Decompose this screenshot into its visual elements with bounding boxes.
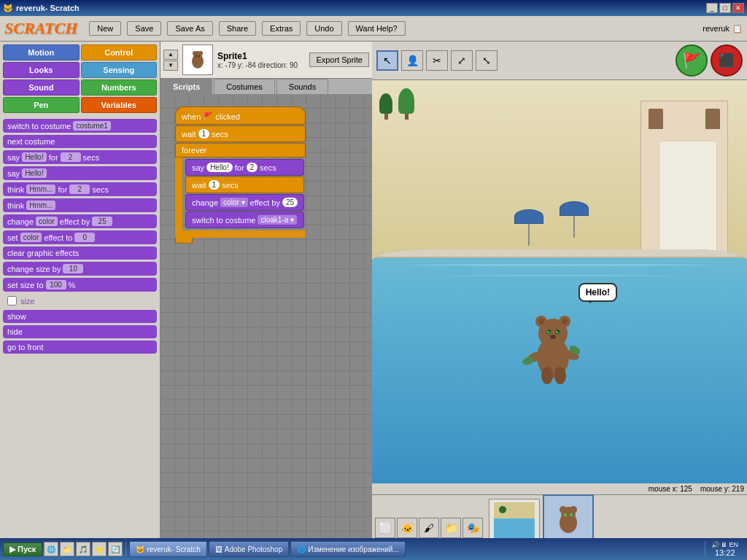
volume-icon[interactable]: 🔊 — [711, 541, 719, 548]
blocks-list: switch to costume costume1 next costume … — [0, 116, 160, 560]
category-looks[interactable]: Looks — [3, 62, 80, 78]
minimize-btn[interactable]: _ — [706, 3, 718, 13]
block-think-secs[interactable]: think Hmm... for 2 secs — [3, 182, 157, 196]
save-button[interactable]: Save — [127, 21, 161, 36]
ql-media[interactable]: 🎵 — [76, 542, 90, 556]
forever-footer — [175, 238, 193, 244]
tab-costumes[interactable]: Costumes — [214, 79, 275, 94]
category-motion[interactable]: Motion — [3, 44, 80, 61]
svg-point-23 — [541, 367, 553, 384]
costume-dropdown[interactable]: cloak1-a ▾ — [258, 215, 297, 225]
new-sprite-btn[interactable]: 🐱 — [397, 518, 417, 538]
block-hide[interactable]: hide — [3, 325, 157, 338]
building-window-1 — [649, 109, 663, 129]
help-button[interactable]: Want Help? — [348, 21, 406, 36]
user-icon: 📋 — [732, 24, 743, 34]
cursor-tool[interactable]: ↖ — [376, 50, 398, 71]
pool-edge — [372, 249, 747, 258]
photoshop-taskbar-icon: 🖼 — [215, 545, 222, 553]
taskbar-browser[interactable]: 🌐 Изменение изображений... — [290, 541, 406, 557]
nav-down[interactable]: ▼ — [163, 61, 178, 71]
block-size-var[interactable]: size — [3, 294, 157, 308]
scratch-taskbar-icon: 🐱 — [136, 545, 144, 553]
scripts-area[interactable]: when 🚩 clicked wait 1 secs forever — [160, 96, 372, 560]
svg-point-34 — [570, 506, 577, 513]
size-checkbox[interactable] — [7, 296, 17, 306]
stage-size-btn[interactable]: ⬜ — [375, 518, 395, 538]
category-control[interactable]: Control — [81, 44, 158, 61]
app-icon: 🐱 — [3, 4, 13, 13]
start-button[interactable]: ▶ Пуск — [3, 542, 42, 556]
block-wait-2[interactable]: wait 1 secs — [185, 176, 304, 193]
stage-sprite[interactable] — [522, 303, 581, 383]
block-change-color-effect[interactable]: change color ▾ effect by 25 — [185, 194, 304, 211]
categories: Motion Control Looks Sensing Sound Numbe… — [0, 42, 160, 116]
water-ripple-2 — [447, 275, 672, 276]
paint-sprite-btn[interactable]: 🖌 — [419, 518, 439, 538]
save-as-button[interactable]: Save As — [167, 21, 212, 36]
grow-tool[interactable]: ⤢ — [451, 50, 473, 71]
maximize-btn[interactable]: □ — [719, 3, 731, 13]
svg-point-24 — [554, 367, 566, 384]
undo-button[interactable]: Undo — [306, 21, 341, 36]
green-flag-button[interactable]: 🚩 — [676, 44, 708, 77]
ql-folder[interactable]: 📁 — [60, 542, 74, 556]
block-switch-costume-script[interactable]: switch to costume cloak1-a ▾ — [185, 211, 304, 228]
cut-tool[interactable]: ✂ — [426, 50, 448, 71]
block-go-front[interactable]: go to front — [3, 341, 157, 354]
ql-star[interactable]: ⭐ — [92, 542, 107, 556]
stage-thumb-image — [492, 501, 536, 541]
block-next-costume[interactable]: next costume — [3, 135, 157, 148]
stop-button[interactable]: ⬛ — [711, 44, 743, 77]
block-say-hello[interactable]: say Hello! for 2 secs — [185, 159, 304, 176]
category-numbers[interactable]: Numbers — [81, 79, 158, 96]
svg-point-5 — [198, 55, 200, 57]
ql-sync[interactable]: 🔄 — [108, 542, 123, 556]
titlebar-controls: _ □ ✕ — [706, 3, 744, 13]
speech-bubble: Hello! — [578, 283, 617, 302]
block-set-size[interactable]: set size to 100 % — [3, 278, 157, 292]
block-say-secs[interactable]: say Hello! for 2 secs — [3, 150, 157, 164]
block-switch-costume[interactable]: switch to costume costume1 — [3, 119, 157, 133]
start-icon: ▶ — [9, 545, 15, 554]
block-think[interactable]: think Hmm... — [3, 198, 157, 212]
category-sound[interactable]: Sound — [3, 79, 80, 96]
svg-point-11 — [562, 319, 568, 324]
share-button[interactable]: Share — [219, 21, 256, 36]
category-pen[interactable]: Pen — [3, 97, 80, 113]
shrink-tool[interactable]: ⤡ — [476, 50, 498, 71]
new-button[interactable]: New — [89, 21, 121, 36]
browser-taskbar-icon: 🌐 — [297, 545, 306, 553]
camera-sprite-btn[interactable]: 🎭 — [462, 518, 483, 538]
block-clear-effects[interactable]: clear graphic effects — [3, 246, 157, 260]
block-say[interactable]: say Hello! — [3, 166, 157, 180]
effect-dropdown[interactable]: color ▾ — [220, 198, 247, 207]
block-when-clicked[interactable]: when 🚩 clicked — [175, 106, 306, 125]
export-sprite-button[interactable]: Export Sprite — [309, 52, 369, 67]
block-forever-header[interactable]: forever — [175, 143, 306, 158]
tab-sounds[interactable]: Sounds — [276, 79, 328, 94]
block-forever-container: forever say Hello! for 2 secs — [175, 143, 306, 244]
category-sensing[interactable]: Sensing — [81, 62, 158, 78]
ql-ie[interactable]: 🌐 — [44, 542, 58, 556]
block-set-color[interactable]: set color effect to 0 — [3, 230, 157, 244]
tray-icons: 🔊 🖥 EN — [711, 541, 738, 548]
stage-controls: ⬜ 🐱 🖌 📁 🎭 — [375, 518, 483, 538]
block-change-size[interactable]: change size by 10 — [3, 262, 157, 276]
category-variables[interactable]: Variables — [81, 97, 158, 113]
taskbar-photoshop[interactable]: 🖼 Adobe Photoshop — [209, 541, 290, 557]
taskbar-scratch[interactable]: 🐱 reveruk- Scratch — [129, 541, 206, 557]
tree-2 — [398, 88, 414, 120]
svg-point-18 — [550, 335, 556, 339]
import-sprite-btn[interactable]: 📁 — [441, 518, 461, 538]
water-ripple-1 — [409, 264, 709, 266]
tab-scripts[interactable]: Scripts — [160, 79, 212, 94]
close-btn[interactable]: ✕ — [732, 3, 744, 13]
block-change-color[interactable]: change color effect by 25 — [3, 214, 157, 228]
block-wait-1[interactable]: wait 1 secs — [175, 125, 306, 142]
block-show[interactable]: show — [3, 310, 157, 323]
extras-button[interactable]: Extras — [262, 21, 301, 36]
taskbar: ▶ Пуск 🌐 📁 🎵 ⭐ 🔄 🐱 reveruk- Scratch 🖼 Ad… — [0, 538, 747, 560]
nav-up[interactable]: ▲ — [163, 50, 178, 60]
duplicate-tool[interactable]: 👤 — [401, 50, 423, 71]
